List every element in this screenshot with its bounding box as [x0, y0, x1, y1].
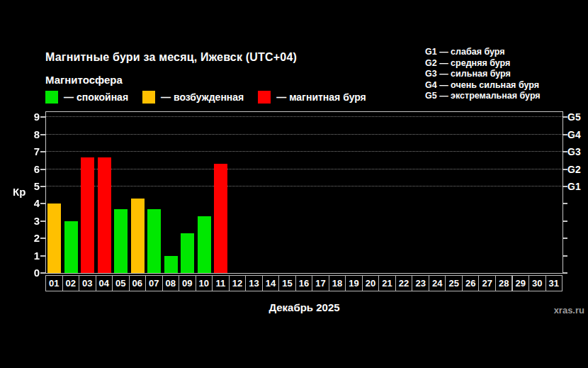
day-cell-28: 28	[495, 275, 513, 291]
right-tick-mark-6	[562, 169, 567, 170]
right-tick-mark-7	[562, 151, 567, 152]
g-axis-label-G4: G4	[567, 128, 581, 141]
watermark: xras.ru	[554, 305, 584, 316]
x-axis-day-row: 0102030405060708091011121314151617181920…	[45, 275, 563, 292]
day-cell-17: 17	[312, 275, 329, 291]
day-cell-18: 18	[329, 275, 346, 291]
legend-item-1: — возбужденная	[142, 91, 244, 104]
y-tick-mark-3	[40, 221, 45, 222]
legend-swatch-icon	[258, 91, 271, 104]
day-cell-02: 02	[62, 275, 80, 291]
x-axis-title: Декабрь 2025	[45, 301, 563, 313]
legend-item-label: — магнитная буря	[276, 91, 366, 103]
day-cell-09: 09	[179, 275, 196, 291]
day-cell-03: 03	[79, 275, 96, 291]
right-tick-mark-4	[562, 203, 567, 204]
bar-day-03	[81, 157, 94, 274]
g-legend-line-0: G1 — слабая буря	[425, 47, 541, 58]
chart-subtitle: Магнитосфера	[45, 74, 123, 86]
g-legend-line-1: G2 — средняя буря	[425, 58, 541, 69]
legend-swatch-icon	[45, 91, 58, 104]
day-cell-14: 14	[262, 275, 280, 291]
gridline-7	[46, 151, 562, 152]
chart-title: Магнитные бури за месяц, Ижевск (UTC+04)	[45, 51, 297, 64]
bar-day-01	[47, 203, 61, 273]
g-axis-label-G5: G5	[567, 111, 581, 123]
day-cell-07: 07	[145, 275, 163, 291]
day-cell-21: 21	[378, 275, 396, 291]
plot-area	[45, 111, 563, 274]
legend-swatch-icon	[142, 91, 155, 104]
right-tick-mark-3	[562, 221, 567, 222]
plot-inner	[46, 112, 562, 273]
legend-item-label: — возбужденная	[161, 91, 244, 103]
day-cell-08: 08	[162, 275, 180, 291]
y-tick-mark-5	[40, 186, 45, 187]
y-tick-label-0: 0	[3, 267, 40, 279]
y-axis-title: Кр	[13, 186, 26, 198]
right-tick-mark-9	[562, 116, 567, 118]
right-tick-mark-8	[562, 134, 567, 135]
y-tick-label-6: 6	[3, 163, 40, 176]
gridline-5	[46, 186, 562, 186]
bar-day-04	[98, 157, 111, 274]
gridline-6	[46, 169, 562, 169]
day-cell-31: 31	[545, 275, 563, 291]
y-tick-label-4: 4	[3, 197, 40, 210]
right-tick-mark-2	[562, 238, 567, 239]
y-tick-label-2: 2	[3, 232, 40, 245]
day-cell-04: 04	[96, 275, 113, 291]
g-legend-line-3: G4 — очень сильная буря	[425, 80, 541, 91]
y-tick-label-9: 9	[3, 111, 40, 123]
day-cell-27: 27	[478, 275, 496, 291]
magnetic-storms-chart-page: { "header": { "title": "Магнитные бури з…	[0, 0, 588, 368]
day-cell-23: 23	[412, 275, 429, 291]
y-tick-label-7: 7	[3, 145, 40, 158]
g-axis-label-G3: G3	[567, 145, 581, 158]
bar-day-09	[181, 233, 194, 273]
bar-day-02	[64, 221, 78, 273]
right-tick-mark-0	[562, 272, 567, 274]
gridline-9	[46, 116, 562, 117]
day-cell-22: 22	[395, 275, 413, 291]
legend-item-label: — спокойная	[64, 91, 128, 103]
legend-item-2: — магнитная буря	[258, 91, 366, 104]
day-cell-01: 01	[45, 275, 63, 291]
bar-day-05	[114, 209, 128, 273]
day-cell-24: 24	[429, 275, 446, 291]
g-axis-label-G1: G1	[567, 180, 581, 193]
day-cell-11: 11	[212, 275, 230, 291]
day-cell-12: 12	[229, 275, 247, 291]
y-tick-label-8: 8	[3, 128, 40, 141]
g-scale-legend: G1 — слабая буряG2 — средняя буряG3 — си…	[425, 47, 541, 102]
y-tick-mark-1	[40, 255, 45, 257]
day-cell-30: 30	[528, 275, 546, 291]
y-tick-mark-2	[40, 238, 45, 239]
bar-day-08	[164, 256, 178, 273]
kp-status-legend: — спокойная— возбужденная— магнитная бур…	[45, 91, 366, 104]
day-cell-25: 25	[445, 275, 463, 291]
day-cell-29: 29	[512, 275, 530, 291]
right-tick-mark-1	[562, 255, 567, 257]
day-cell-05: 05	[112, 275, 130, 291]
y-tick-label-1: 1	[3, 250, 40, 262]
day-cell-16: 16	[295, 275, 313, 291]
gridline-8	[46, 134, 562, 135]
day-cell-15: 15	[278, 275, 296, 291]
y-tick-mark-9	[40, 116, 45, 118]
y-tick-mark-8	[40, 134, 45, 135]
day-cell-06: 06	[129, 275, 147, 291]
bar-day-10	[198, 216, 211, 274]
y-tick-mark-6	[40, 169, 45, 170]
g-legend-line-4: G5 — экстремальная буря	[425, 91, 541, 102]
y-tick-mark-4	[40, 203, 45, 204]
day-cell-19: 19	[345, 275, 363, 291]
day-cell-20: 20	[362, 275, 380, 291]
y-tick-mark-7	[40, 151, 45, 152]
legend-item-0: — спокойная	[45, 91, 128, 104]
y-tick-label-3: 3	[3, 215, 40, 228]
g-axis-label-G2: G2	[567, 163, 581, 176]
g-legend-line-2: G3 — сильная буря	[425, 69, 541, 80]
day-cell-26: 26	[462, 275, 480, 291]
day-cell-10: 10	[196, 275, 213, 291]
